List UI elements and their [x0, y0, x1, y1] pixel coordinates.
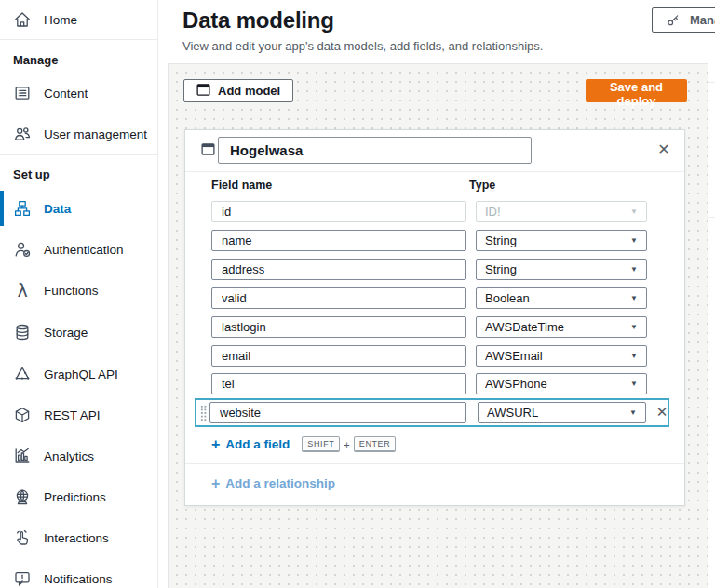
plus-icon: + [211, 477, 220, 490]
column-header-type: Type [469, 179, 495, 192]
field-name-input[interactable] [211, 373, 466, 394]
sidebar-item-graphql-api[interactable]: GraphQL API [0, 359, 158, 389]
sidebar-item-label: User management [44, 127, 147, 141]
cube-icon [13, 406, 32, 424]
add-model-label: Add model [218, 84, 280, 98]
model-icon [196, 83, 210, 100]
sidebar-item-label: GraphQL API [44, 368, 118, 381]
field-type-select: ID!▼ [476, 201, 647, 222]
chevron-down-icon: ▼ [630, 323, 638, 331]
close-icon: ✕ [657, 141, 669, 157]
sidebar-item-content[interactable]: Content [0, 78, 158, 108]
chevron-down-icon: ▼ [630, 207, 638, 216]
analytics-icon [13, 447, 32, 465]
adjacent-card-divider [708, 82, 715, 83]
field-type-value: String [485, 234, 517, 247]
sidebar-item-label: Content [44, 87, 88, 100]
add-model-button[interactable]: Add model [183, 79, 293, 102]
manage-button-label: Manage [690, 13, 715, 27]
field-type-value: AWSEmail [485, 349, 543, 363]
model-card: ✕ Field name Type ID!▼String▼String▼Bool… [184, 129, 685, 506]
sidebar-item-label: Predictions [44, 490, 106, 504]
close-model-button[interactable]: ✕ [654, 140, 674, 160]
sidebar-item-rest-api[interactable]: REST API [0, 400, 158, 430]
storage-icon [13, 323, 32, 341]
adjacent-card-divider [708, 217, 715, 218]
add-relationship-button[interactable]: + Add a relationship [211, 476, 335, 490]
sidebar-item-functions[interactable]: λFunctions [0, 275, 158, 305]
sidebar-item-label: REST API [44, 408, 101, 422]
chevron-down-icon: ▼ [630, 352, 638, 360]
sidebar-divider [0, 154, 158, 155]
adjacent-card-edge [708, 63, 715, 588]
sidebar-item-notifications[interactable]: Notifications [0, 564, 158, 588]
field-name-input[interactable] [211, 201, 466, 222]
field-type-select[interactable]: AWSURL▼ [478, 402, 646, 423]
authentication-icon [13, 240, 32, 259]
sidebar-item-label: Authentication [44, 243, 124, 257]
sidebar-section-manage: Manage [13, 53, 58, 67]
amplify-studio-app: HomeManageContentUser managementSet upDa… [0, 0, 715, 588]
field-name-input[interactable] [211, 259, 466, 280]
field-type-select[interactable]: String▼ [476, 259, 647, 280]
lambda-icon: λ [13, 281, 32, 300]
selected-field-row: AWSURL▼✕ [195, 398, 669, 427]
field-type-value: String [485, 262, 517, 276]
sidebar-item-label: Notifications [44, 572, 113, 586]
sidebar-item-user-management[interactable]: User management [0, 119, 158, 149]
sidebar-item-home[interactable]: Home [0, 5, 158, 34]
model-name-input[interactable] [218, 137, 532, 164]
sidebar-item-interactions[interactable]: Interactions [0, 523, 158, 553]
sidebar-item-storage[interactable]: Storage [0, 317, 158, 347]
field-type-value: AWSURL [487, 406, 538, 420]
field-type-select[interactable]: AWSEmail▼ [476, 345, 647, 367]
key-icon [666, 12, 681, 28]
field-type-value: AWSDateTime [485, 320, 564, 334]
shortcut-joiner: + [344, 439, 349, 450]
drag-handle-icon[interactable] [200, 405, 208, 421]
card-section-divider [185, 463, 684, 464]
chevron-down-icon: ▼ [629, 408, 637, 417]
sidebar-item-label: Data [44, 202, 71, 216]
home-icon [13, 10, 32, 29]
interactions-icon [13, 528, 32, 547]
field-name-input[interactable] [211, 345, 466, 367]
sidebar-item-predictions[interactable]: Predictions [0, 482, 158, 512]
page-subtitle: View and edit your app's data models, ad… [182, 39, 543, 53]
sidebar-item-authentication[interactable]: Authentication [0, 234, 158, 264]
field-type-select[interactable]: String▼ [476, 230, 647, 251]
sidebar-item-label: Home [44, 13, 77, 27]
sidebar-item-data[interactable]: Data [0, 194, 158, 223]
add-field-label: Add a field [225, 437, 290, 451]
card-header-divider [185, 171, 684, 172]
save-and-deploy-button[interactable]: Save and deploy [586, 79, 687, 102]
sidebar-divider [0, 39, 158, 40]
chevron-down-icon: ▼ [630, 265, 638, 274]
delete-field-button[interactable]: ✕ [654, 403, 670, 421]
enter-keycap: ENTER [354, 436, 397, 452]
sidebar-item-label: Analytics [44, 449, 94, 463]
field-name-input[interactable] [211, 316, 466, 338]
shift-keycap: SHIFT [302, 436, 340, 452]
field-name-input[interactable] [211, 230, 466, 251]
chevron-down-icon: ▼ [630, 294, 638, 302]
field-type-value: ID! [485, 205, 501, 219]
plus-icon: + [211, 438, 220, 451]
add-field-button[interactable]: + Add a field [211, 437, 290, 451]
field-type-select[interactable]: Boolean▼ [476, 287, 647, 309]
field-name-input[interactable] [211, 287, 466, 309]
field-type-select[interactable]: AWSPhone▼ [476, 373, 647, 394]
column-header-field-name: Field name [211, 179, 272, 192]
users-icon [13, 125, 32, 143]
field-name-input[interactable] [209, 402, 466, 423]
keyboard-shortcut-hint: SHIFT + ENTER [302, 436, 396, 452]
field-type-select[interactable]: AWSDateTime▼ [476, 316, 647, 338]
sidebar-item-analytics[interactable]: Analytics [0, 441, 158, 471]
model-icon [201, 142, 215, 160]
manage-button[interactable]: Manage [652, 7, 715, 33]
sidebar-item-label: Storage [44, 326, 88, 340]
data-icon [13, 199, 32, 218]
save-and-deploy-label: Save and deploy [610, 80, 663, 108]
content-icon [13, 84, 32, 102]
sidebar-section-set-up: Set up [13, 167, 50, 181]
